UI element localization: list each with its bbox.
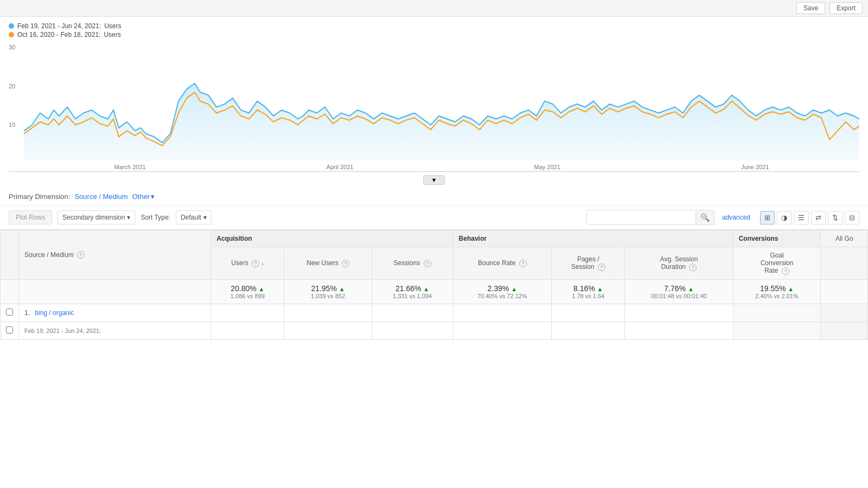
secondary-dimension-label: Secondary dimension xyxy=(62,214,125,221)
x-label-june: June 2021 xyxy=(741,164,769,170)
new-users-col-header[interactable]: New Users ? xyxy=(284,247,372,280)
row1-checkbox[interactable] xyxy=(6,309,13,316)
users-sort-icon[interactable]: ↓ xyxy=(261,260,264,266)
source-medium-help-icon[interactable]: ? xyxy=(77,251,85,259)
legend-item-range1: Feb 19, 2021 - Jun 24, 2021: Users xyxy=(9,22,859,30)
summary-goal-conv-vs: 2.40% vs 2.01% xyxy=(739,293,815,299)
summary-avg-session-pct: 7.76% ▲ xyxy=(630,284,727,293)
summary-sessions-cell: 21.66% ▲ 1,331 vs 1,094 xyxy=(372,279,453,304)
row2-checkbox[interactable] xyxy=(6,326,13,333)
sessions-col-header[interactable]: Sessions ? xyxy=(372,247,453,280)
row2-partial-text: Feb 19, 2021 - Jun 24, 2021: xyxy=(24,328,101,334)
row2-users-cell xyxy=(211,322,284,339)
save-button[interactable]: Save xyxy=(796,2,825,14)
legend-dot-blue xyxy=(9,23,14,29)
up-arrow-new-users: ▲ xyxy=(339,286,345,292)
row1-bounce-cell xyxy=(453,304,552,322)
primary-dimension-selected[interactable]: Source / Medium xyxy=(74,192,127,201)
row1-source-link[interactable]: bing / organic xyxy=(35,309,74,317)
secondary-dimension-dropdown[interactable]: Secondary dimension ▾ xyxy=(58,210,135,224)
summary-bounce-cell: 2.39% ▲ 70.40% vs 72.12% xyxy=(453,279,552,304)
sessions-help-icon[interactable]: ? xyxy=(424,260,431,267)
x-label-march: March 2021 xyxy=(114,164,146,170)
view-icons: ⊞ ◑ ☰ ⇄ ⇅ ⊟ xyxy=(760,211,859,224)
table-row-partial: Feb 19, 2021 - Jun 24, 2021: xyxy=(1,322,868,339)
top-bar: Save Export xyxy=(0,0,868,17)
pie-view-button[interactable]: ◑ xyxy=(777,211,792,224)
avg-session-col-header[interactable]: Avg. SessionDuration ? xyxy=(625,247,733,280)
y-label-30: 30 xyxy=(9,44,24,50)
list-view-button[interactable]: ☰ xyxy=(794,211,809,224)
x-label-may: May 2021 xyxy=(534,164,560,170)
compare-view-button[interactable]: ⇄ xyxy=(811,211,826,224)
export-button[interactable]: Export xyxy=(829,2,863,14)
columns-view-button[interactable]: ⊟ xyxy=(845,211,859,224)
summary-bounce-pct: 2.39% ▲ xyxy=(459,284,546,293)
summary-pages-pct-value: 8.16% xyxy=(573,284,595,293)
bounce-rate-label: Bounce Rate xyxy=(478,259,515,267)
up-arrow-users: ▲ xyxy=(259,286,265,292)
sessions-label: Sessions xyxy=(394,259,420,267)
row1-checkbox-cell[interactable] xyxy=(1,304,19,322)
summary-new-users-pct-value: 21.95% xyxy=(311,284,336,293)
advanced-link[interactable]: advanced xyxy=(722,214,750,221)
search-box[interactable]: 🔍 xyxy=(586,210,714,225)
pages-session-label: Pages /Session xyxy=(571,255,599,271)
summary-users-pct: 20.80% ▲ xyxy=(216,284,278,293)
source-medium-label: Source / Medium xyxy=(24,251,74,259)
chevron-down-icon: ▾ xyxy=(203,214,207,221)
collapse-chart-section[interactable]: ▼ xyxy=(0,172,868,188)
bounce-rate-col-header[interactable]: Bounce Rate ? xyxy=(453,247,552,280)
goal-conv-help-icon[interactable]: ? xyxy=(782,267,789,275)
goal-conv-col-header[interactable]: GoalConversionRate ? xyxy=(733,247,821,280)
row1-pages-cell xyxy=(552,304,625,322)
summary-new-users-cell: 21.95% ▲ 1,039 vs 852 xyxy=(284,279,372,304)
row1-new-users-cell xyxy=(284,304,372,322)
sort-type-dropdown[interactable]: Default ▾ xyxy=(176,210,212,224)
other-dropdown[interactable]: Other ▾ xyxy=(132,192,155,201)
grid-view-button[interactable]: ⊞ xyxy=(760,211,775,224)
users-help-icon[interactable]: ? xyxy=(252,260,259,267)
row1-source-cell: 1. bing / organic xyxy=(19,304,211,322)
summary-goal-conv-pct-value: 19.55% xyxy=(760,284,786,293)
summary-sessions-pct: 21.66% ▲ xyxy=(378,284,448,293)
pages-session-help-icon[interactable]: ? xyxy=(598,264,605,271)
avg-session-help-icon[interactable]: ? xyxy=(689,264,697,271)
sort-view-button[interactable]: ⇅ xyxy=(828,211,843,224)
acquisition-header: Acquisition xyxy=(211,230,453,247)
users-label: Users xyxy=(231,259,248,267)
row2-pages-cell xyxy=(552,322,625,339)
summary-new-users-vs: 1,039 vs 852 xyxy=(290,293,366,299)
table-row: 1. bing / organic xyxy=(1,304,868,322)
primary-dimension-bar: Primary Dimension: Source / Medium Other… xyxy=(0,188,868,206)
row2-checkbox-cell[interactable] xyxy=(1,322,19,339)
summary-pages-cell: 8.16% ▲ 1.78 vs 1.64 xyxy=(552,279,625,304)
summary-avg-session-vs: 00:01:48 vs 00:01:40 xyxy=(630,293,727,299)
bounce-rate-help-icon[interactable]: ? xyxy=(519,260,527,267)
summary-sessions-vs: 1,331 vs 1,094 xyxy=(378,293,448,299)
up-arrow-sessions: ▲ xyxy=(423,286,429,292)
y-label-10: 10 xyxy=(9,121,24,128)
row1-all-go-cell xyxy=(821,304,868,322)
legend-item-range2: Oct 16, 2020 - Feb 18, 2021: Users xyxy=(9,31,859,38)
y-label-20: 20 xyxy=(9,83,24,89)
search-input[interactable] xyxy=(587,211,695,224)
behavior-header: Behavior xyxy=(453,230,733,247)
summary-users-pct-value: 20.80% xyxy=(231,284,256,293)
chart-svg-container xyxy=(24,42,859,160)
new-users-help-icon[interactable]: ? xyxy=(342,260,349,267)
row1-goal-conv-cell xyxy=(733,304,821,322)
plot-rows-button[interactable]: Plot Rows xyxy=(9,210,52,224)
up-arrow-pages: ▲ xyxy=(597,286,603,292)
legend-range1-series: Users xyxy=(104,22,121,30)
other-label: Other xyxy=(132,192,150,201)
search-button[interactable]: 🔍 xyxy=(695,210,714,224)
up-arrow-goal-conv: ▲ xyxy=(788,286,794,292)
users-col-header[interactable]: Users ? ↓ xyxy=(211,247,284,280)
select-all-cell xyxy=(1,230,19,280)
analytics-table: Source / Medium ? Acquisition Behavior C… xyxy=(0,230,868,340)
row2-new-users-cell xyxy=(284,322,372,339)
summary-all-go-cell xyxy=(821,279,868,304)
pages-session-col-header[interactable]: Pages /Session ? xyxy=(552,247,625,280)
collapse-button[interactable]: ▼ xyxy=(423,175,445,185)
